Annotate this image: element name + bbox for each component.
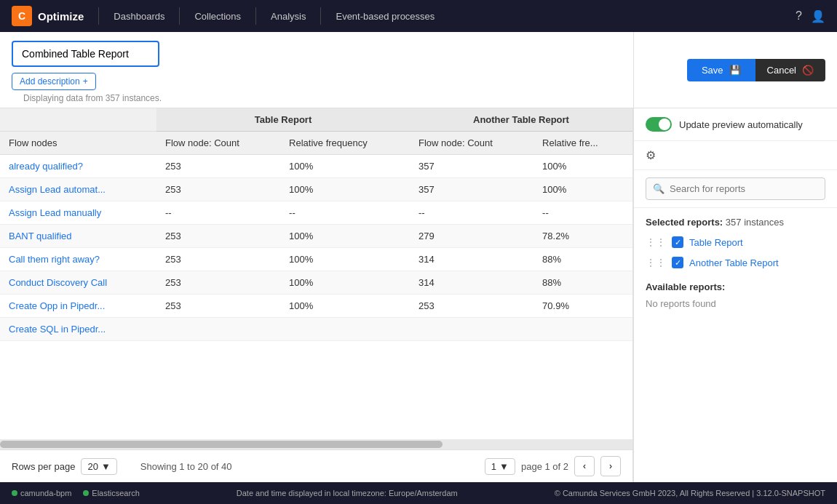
report-checkbox-2[interactable]: ✓ bbox=[672, 257, 683, 268]
data-cell: -- bbox=[533, 201, 632, 225]
data-cell: 314 bbox=[410, 271, 533, 295]
table-row: Create SQL in Pipedr... bbox=[0, 318, 632, 341]
save-button[interactable]: Save 💾 bbox=[687, 59, 755, 81]
search-row: 🔍 bbox=[634, 170, 837, 208]
rows-per-page-label: Rows per page bbox=[12, 461, 75, 472]
nav-event-based[interactable]: Event-based processes bbox=[324, 0, 446, 32]
available-reports-title: Available reports: bbox=[646, 281, 825, 292]
selected-title-text: Selected reports: bbox=[646, 217, 723, 228]
footer-left: camunda-bpm Elasticsearch bbox=[12, 489, 140, 497]
action-buttons-area: Save 💾 Cancel 🚫 bbox=[633, 32, 837, 108]
camunda-label: camunda-bpm bbox=[20, 489, 71, 497]
col-group-another-table-report: Another Table Report bbox=[410, 108, 632, 132]
table-row: Call them right away?253100%31488% bbox=[0, 248, 632, 271]
table-row: Assign Lead automat...253100%357100% bbox=[0, 178, 632, 201]
horizontal-scrollbar[interactable] bbox=[0, 439, 632, 449]
report-checkbox-1[interactable]: ✓ bbox=[672, 236, 683, 248]
add-description-label: Add description bbox=[20, 76, 80, 87]
table-row: already qualified?253100%357100% bbox=[0, 155, 632, 178]
data-cell: 100% bbox=[280, 225, 410, 248]
nav-divider-1 bbox=[98, 7, 99, 25]
status-elasticsearch: Elasticsearch bbox=[83, 489, 139, 497]
data-cell: 253 bbox=[156, 295, 280, 318]
selected-instances-count: 357 instances bbox=[726, 217, 784, 228]
data-cell bbox=[533, 318, 632, 341]
help-icon[interactable]: ? bbox=[796, 9, 802, 23]
data-cell bbox=[410, 318, 533, 341]
data-cell bbox=[156, 318, 280, 341]
data-cell: 253 bbox=[156, 225, 280, 248]
save-label: Save bbox=[702, 65, 723, 76]
rows-per-page-chevron: ▼ bbox=[101, 461, 111, 472]
data-cell: 253 bbox=[156, 155, 280, 178]
page-select-chevron: ▼ bbox=[499, 461, 509, 472]
col-header-count2: Flow node: Count bbox=[410, 132, 533, 155]
data-cell: 253 bbox=[156, 271, 280, 295]
page-current-value: 1 bbox=[491, 461, 496, 472]
search-reports-input[interactable] bbox=[646, 177, 825, 200]
app-logo[interactable]: C Optimize bbox=[12, 6, 84, 26]
data-cell: 70.9% bbox=[533, 295, 632, 318]
col-header-freq2: Relative fre... bbox=[533, 132, 632, 155]
add-description-button[interactable]: Add description + bbox=[12, 73, 96, 90]
data-cell: 88% bbox=[533, 271, 632, 295]
data-cell: 100% bbox=[280, 295, 410, 318]
logo-icon: C bbox=[12, 6, 32, 26]
data-cell: 88% bbox=[533, 248, 632, 271]
settings-gear-icon[interactable]: ⚙ bbox=[646, 149, 656, 161]
toggle-knob bbox=[659, 119, 670, 130]
data-cell: -- bbox=[410, 201, 533, 225]
data-cell bbox=[280, 318, 410, 341]
table-row: Assign Lead manually-------- bbox=[0, 201, 632, 225]
flow-node-cell: Create Opp in Pipedr... bbox=[0, 295, 156, 318]
page-next-button[interactable]: › bbox=[600, 456, 621, 476]
cancel-button[interactable]: Cancel 🚫 bbox=[755, 59, 825, 81]
no-reports-label: No reports found bbox=[646, 298, 825, 309]
page-number-select[interactable]: 1 ▼ bbox=[485, 458, 515, 475]
flow-node-cell: BANT qualified bbox=[0, 225, 156, 248]
footer: camunda-bpm Elasticsearch Date and time … bbox=[0, 482, 837, 504]
user-icon[interactable]: 👤 bbox=[811, 9, 825, 23]
col-group-table-report: Table Report bbox=[156, 108, 410, 132]
data-cell: 78.2% bbox=[533, 225, 632, 248]
data-cell: 100% bbox=[280, 178, 410, 201]
report-title-input[interactable] bbox=[12, 41, 159, 67]
nav-collections[interactable]: Collections bbox=[183, 0, 253, 32]
available-reports-section: Available reports: No reports found bbox=[634, 273, 837, 313]
auto-preview-toggle[interactable] bbox=[646, 117, 672, 132]
nav-analysis[interactable]: Analysis bbox=[259, 0, 317, 32]
footer-center: Date and time displayed in local timezon… bbox=[237, 489, 458, 497]
col-group-empty bbox=[0, 108, 156, 132]
drag-handle-2: ⋮⋮ bbox=[646, 257, 666, 268]
footer-right: © Camunda Services GmbH 2023, All Rights… bbox=[555, 489, 825, 497]
top-section: Add description + Displaying data from 3… bbox=[0, 32, 837, 108]
data-cell: 100% bbox=[280, 271, 410, 295]
rows-per-page-value: 20 bbox=[87, 461, 98, 472]
rows-per-page-control: Rows per page 20 ▼ bbox=[12, 458, 117, 475]
col-header-freq1: Relative frequency bbox=[280, 132, 410, 155]
scroll-thumb bbox=[0, 441, 443, 448]
page-prev-button[interactable]: ‹ bbox=[574, 456, 595, 476]
report-item-1[interactable]: ⋮⋮ ✓ Table Report bbox=[634, 232, 837, 252]
camunda-status-dot bbox=[12, 490, 17, 496]
nav-divider-2 bbox=[179, 7, 180, 25]
report-item-2[interactable]: ⋮⋮ ✓ Another Table Report bbox=[634, 252, 837, 273]
table-container[interactable]: Table Report Another Table Report Flow n… bbox=[0, 108, 632, 439]
nav-dashboards[interactable]: Dashboards bbox=[102, 0, 176, 32]
table-row: Create Opp in Pipedr...253100%25370.9% bbox=[0, 295, 632, 318]
add-description-plus-icon: + bbox=[83, 76, 88, 87]
data-cell: -- bbox=[156, 201, 280, 225]
right-panel: Update preview automatically ⚙ 🔍 Selecte… bbox=[633, 108, 837, 482]
search-icon: 🔍 bbox=[653, 183, 665, 194]
selected-reports-section: Selected reports: 357 instances ⋮⋮ ✓ Tab… bbox=[634, 208, 837, 273]
settings-row: ⚙ bbox=[634, 141, 837, 170]
report-name-2: Another Table Report bbox=[689, 257, 779, 268]
data-cell: 279 bbox=[410, 225, 533, 248]
cancel-label: Cancel bbox=[767, 65, 796, 76]
search-wrapper: 🔍 bbox=[646, 177, 825, 200]
data-table: Table Report Another Table Report Flow n… bbox=[0, 108, 632, 341]
drag-handle-1: ⋮⋮ bbox=[646, 236, 666, 248]
rows-per-page-select[interactable]: 20 ▼ bbox=[81, 458, 116, 475]
status-camunda: camunda-bpm bbox=[12, 489, 71, 497]
data-cell: 253 bbox=[156, 178, 280, 201]
